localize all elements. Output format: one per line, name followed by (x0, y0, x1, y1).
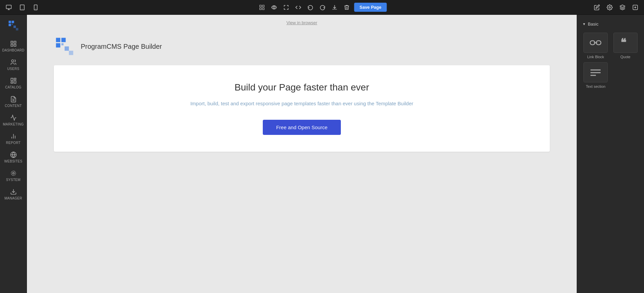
svg-rect-10 (262, 8, 264, 9)
preview-icon[interactable] (269, 3, 279, 12)
sidebar-item-label-manager: MANAGER (4, 196, 22, 200)
svg-point-4 (22, 8, 23, 9)
text-section-icon-box (583, 62, 608, 82)
save-page-button[interactable]: Save Page (354, 3, 387, 12)
right-sidebar-section-label: Basic (588, 22, 599, 27)
view-in-browser-link-wrapper: View in browser (27, 15, 577, 30)
settings-icon[interactable] (605, 3, 614, 12)
svg-point-40 (11, 171, 15, 175)
svg-rect-0 (6, 5, 11, 9)
select-icon[interactable] (257, 3, 266, 12)
dashboard-icon (10, 40, 17, 47)
undo-icon[interactable] (306, 3, 315, 12)
hero-card: Build your Page faster than ever Import,… (54, 65, 550, 152)
svg-rect-18 (11, 21, 14, 23)
sidebar-item-users[interactable]: USERS (2, 56, 25, 73)
text-section-label: Text section (586, 84, 605, 88)
sidebar-item-dashboard[interactable]: DASHBOARD (2, 38, 25, 55)
device-mobile-icon[interactable] (31, 3, 40, 12)
sidebar-item-catalog[interactable]: CATALOG (2, 75, 25, 92)
svg-rect-47 (69, 51, 73, 55)
svg-rect-20 (11, 24, 13, 25)
sidebar-item-label-marketing: MARKETING (3, 122, 24, 126)
svg-rect-29 (14, 78, 16, 80)
svg-rect-9 (260, 8, 261, 9)
svg-point-6 (35, 8, 36, 9)
svg-rect-43 (61, 38, 66, 42)
report-icon (10, 133, 17, 140)
link-block-label: Link Block (587, 55, 604, 59)
device-desktop-icon[interactable] (4, 3, 13, 12)
users-icon (10, 59, 17, 66)
sidebar-item-marketing[interactable]: MARKETING (2, 112, 25, 129)
right-sidebar-section-header: ▼ Basic (577, 19, 644, 29)
svg-rect-21 (13, 26, 16, 28)
svg-rect-44 (56, 43, 60, 47)
sidebar-item-content[interactable]: CONTENT (2, 93, 25, 110)
system-icon (10, 170, 17, 177)
svg-rect-24 (14, 41, 16, 43)
toolbar-right (592, 3, 640, 12)
websites-icon (10, 151, 17, 158)
right-sidebar: ▼ Basic Link Block ❝ (577, 15, 644, 293)
add-icon[interactable] (631, 3, 640, 12)
marketing-icon (10, 114, 17, 121)
svg-rect-23 (11, 41, 13, 43)
svg-rect-8 (262, 5, 264, 7)
main-layout: DASHBOARD USERS CATALOG CONTENT MARKETIN (0, 15, 644, 293)
quote-label: Quote (620, 55, 631, 59)
sidebar-item-label-websites: WEBSITES (4, 159, 22, 163)
layers-icon[interactable] (618, 3, 627, 12)
svg-rect-7 (260, 5, 261, 7)
page-header-title: ProgramCMS Page Builder (81, 43, 162, 50)
svg-rect-25 (11, 44, 13, 46)
block-item-link-block[interactable]: Link Block (582, 33, 609, 59)
svg-rect-26 (14, 44, 16, 46)
svg-rect-19 (8, 24, 11, 26)
block-item-quote[interactable]: ❝ Quote (612, 33, 639, 59)
svg-rect-45 (61, 43, 63, 45)
hero-subtext: Import, build, test and export responsiv… (67, 100, 536, 108)
svg-rect-42 (56, 38, 60, 42)
sidebar-item-manager[interactable]: MANAGER (2, 186, 25, 203)
hero-cta-button[interactable]: Free and Open Source (263, 120, 341, 135)
view-in-browser-link[interactable]: View in browser (286, 20, 317, 25)
catalog-icon (10, 77, 17, 84)
device-tablet-icon[interactable] (17, 3, 27, 12)
sidebar-item-websites[interactable]: WEBSITES (2, 149, 25, 166)
redo-icon[interactable] (318, 3, 327, 12)
svg-rect-31 (11, 82, 13, 83)
svg-point-27 (11, 60, 14, 62)
svg-rect-17 (8, 21, 11, 23)
quote-icon-box: ❝ (613, 33, 638, 53)
app-logo[interactable] (6, 18, 21, 33)
sidebar-item-label-system: SYSTEM (6, 178, 21, 182)
edit-icon[interactable] (592, 3, 602, 12)
svg-rect-22 (16, 28, 18, 30)
sidebar-item-label-dashboard: DASHBOARD (2, 48, 24, 52)
left-sidebar: DASHBOARD USERS CATALOG CONTENT MARKETIN (0, 15, 27, 293)
code-icon[interactable] (293, 3, 303, 12)
canvas-area: View in browser ProgramCMS Page Builder … (27, 15, 577, 293)
manager-icon (10, 188, 17, 195)
svg-rect-28 (11, 78, 13, 81)
hero-heading: Build your Page faster than ever (67, 82, 536, 93)
delete-icon[interactable] (342, 3, 351, 12)
svg-point-12 (609, 6, 611, 8)
sidebar-item-label-report: REPORT (6, 141, 21, 145)
page-header: ProgramCMS Page Builder (27, 30, 577, 65)
toolbar-left (4, 3, 40, 12)
link-block-icon-box (583, 33, 608, 53)
svg-point-39 (12, 173, 14, 174)
block-item-text-section[interactable]: Text section (582, 62, 609, 88)
download-icon[interactable] (330, 3, 339, 12)
sidebar-item-report[interactable]: REPORT (2, 130, 25, 147)
chevron-down-icon: ▼ (582, 22, 586, 26)
programcms-logo (54, 36, 75, 57)
toolbar-center: Save Page (257, 3, 387, 12)
sidebar-item-system[interactable]: SYSTEM (2, 167, 25, 184)
svg-rect-46 (65, 46, 69, 51)
content-icon (10, 96, 17, 103)
sidebar-item-label-content: CONTENT (5, 104, 22, 108)
fullscreen-icon[interactable] (281, 3, 291, 12)
